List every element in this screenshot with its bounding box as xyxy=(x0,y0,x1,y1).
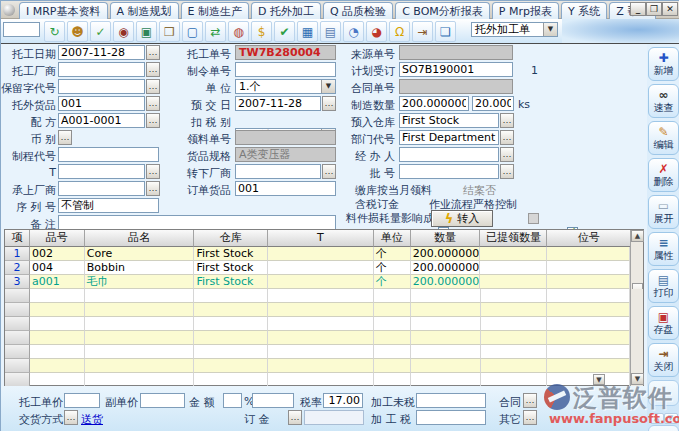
grid-cell-dropdown-icon[interactable]: ▼ xyxy=(593,374,605,385)
cell-position[interactable] xyxy=(547,275,630,289)
transfer-button[interactable]: ϟ 转入 xyxy=(431,210,493,227)
properties-button[interactable]: ≡ 属性 xyxy=(648,232,679,266)
database-icon[interactable]: ◍ xyxy=(228,21,249,42)
document-icon[interactable]: ▤ xyxy=(320,21,341,42)
scroll-down-small-icon[interactable]: ▼ xyxy=(664,413,678,424)
qty2-field[interactable] xyxy=(472,96,514,111)
col-header-warehouse[interactable]: 仓库 xyxy=(194,230,268,247)
unit-select[interactable]: 1.个 xyxy=(235,79,336,94)
formula-browse-button[interactable] xyxy=(146,113,160,128)
approve-icon[interactable]: ✔ xyxy=(274,21,295,42)
scroll-down-icon[interactable]: ▼ xyxy=(631,373,644,385)
col-header-item-no[interactable]: 品号 xyxy=(30,230,85,247)
dollar-icon[interactable]: $ xyxy=(251,21,272,42)
amount-pct-field[interactable] xyxy=(223,393,242,408)
cell-picked-qty[interactable] xyxy=(480,275,547,289)
col-header-picked-qty[interactable]: 已提领数量 xyxy=(480,230,547,247)
cell-item-no[interactable]: 004 xyxy=(30,261,85,275)
col-header-position[interactable]: 位号 xyxy=(547,230,630,247)
qty-field[interactable] xyxy=(399,96,469,111)
close-button[interactable]: ⇥ 关闭 xyxy=(648,343,679,377)
doc-type-select[interactable]: 托外加工单 xyxy=(471,22,558,37)
handler-browse-button[interactable] xyxy=(500,147,514,162)
amount-field[interactable] xyxy=(252,393,294,408)
consign-date-field[interactable] xyxy=(58,45,145,60)
planned-order-field[interactable] xyxy=(399,62,513,77)
process-code-field[interactable] xyxy=(58,147,159,162)
cell-item-name[interactable]: Core xyxy=(85,247,195,261)
chevron-down-icon[interactable] xyxy=(543,23,557,36)
cell-qty[interactable]: 200.000000 xyxy=(411,247,481,261)
scroll-up-icon[interactable]: ▲ xyxy=(631,230,644,242)
col-header-unit[interactable]: 单位 xyxy=(374,230,411,247)
unit-price-field[interactable] xyxy=(64,393,100,408)
cell-item-no[interactable]: a001 xyxy=(30,275,85,289)
add-button[interactable]: ✚ 新增 xyxy=(648,47,679,81)
table-row[interactable]: 2 004 Bobbin First Stock 个 200.000000 xyxy=(5,261,643,275)
chevron-down-icon[interactable] xyxy=(321,80,335,93)
expand-button[interactable]: ▭ 展开 xyxy=(648,195,679,229)
key-check-icon[interactable]: ✓ xyxy=(90,21,111,42)
deposit-browse-button[interactable] xyxy=(288,410,302,425)
pie-chart-icon[interactable]: ◕ xyxy=(366,21,387,42)
table-row-empty[interactable] xyxy=(5,345,643,359)
cell-unit[interactable]: 个 xyxy=(374,247,411,261)
network-icon[interactable]: ◔ xyxy=(343,21,364,42)
table-row-empty[interactable] xyxy=(5,289,643,303)
cell-position[interactable] xyxy=(547,261,630,275)
cell-t[interactable] xyxy=(268,247,374,261)
exit-icon[interactable]: ⇥ xyxy=(412,21,433,42)
department-field[interactable] xyxy=(399,130,499,145)
batch-no-field[interactable] xyxy=(399,164,499,179)
col-header-qty[interactable]: 数量 xyxy=(411,230,481,247)
table-row-empty[interactable] xyxy=(5,303,643,317)
minimize-icon[interactable]: _ xyxy=(630,2,646,16)
warehouse-field[interactable] xyxy=(399,113,499,128)
untaxed-amount-field[interactable] xyxy=(416,393,486,408)
serial-field[interactable] xyxy=(58,198,159,213)
cell-qty[interactable]: 200.000000 xyxy=(411,261,481,275)
calculator-icon[interactable]: ▦ xyxy=(297,21,318,42)
toolbar-quick-input[interactable] xyxy=(3,22,40,37)
col-header-idx[interactable]: 项 xyxy=(5,230,30,247)
batch-no-browse-button[interactable] xyxy=(500,164,514,179)
currency-browse-button[interactable] xyxy=(58,130,72,145)
downstream-vendor-field[interactable] xyxy=(235,164,321,179)
book-icon[interactable]: ❒ xyxy=(159,21,180,42)
downstream-vendor-browse-button[interactable] xyxy=(322,164,336,179)
reserved-code-browse-button[interactable] xyxy=(146,79,160,94)
save-button[interactable]: ▣ 存盘 xyxy=(648,306,679,340)
cell-warehouse[interactable]: First Stock xyxy=(194,261,268,275)
cell-t[interactable] xyxy=(268,275,374,289)
due-date-field[interactable] xyxy=(235,96,321,111)
t-browse-button[interactable] xyxy=(146,164,160,179)
taxed-amount-field[interactable] xyxy=(416,410,486,425)
close-icon[interactable]: ✕ xyxy=(662,2,678,16)
globe-icon[interactable]: ◉ xyxy=(113,21,134,42)
t-field[interactable] xyxy=(58,164,145,179)
sync-icon[interactable]: ↻ xyxy=(44,21,65,42)
warehouse-browse-button[interactable] xyxy=(500,113,514,128)
upstream-vendor-browse-button[interactable] xyxy=(146,181,160,196)
mo-no-field[interactable] xyxy=(235,62,336,77)
due-date-browse-button[interactable] xyxy=(322,96,336,111)
outsource-item-field[interactable] xyxy=(58,96,145,111)
window-icon[interactable]: ❏ xyxy=(435,21,456,42)
delivery-browse-button[interactable] xyxy=(64,410,78,425)
sales-item-field[interactable] xyxy=(235,181,336,196)
table-row-empty[interactable] xyxy=(5,359,643,373)
col-header-item-name[interactable]: 品名 xyxy=(85,230,195,247)
cell-picked-qty[interactable] xyxy=(480,247,547,261)
table-row[interactable]: 3 a001 毛巾 First Stock 个 200.000000 xyxy=(5,275,643,289)
sub-price-field[interactable] xyxy=(140,393,185,408)
cell-unit[interactable]: 个 xyxy=(374,275,411,289)
cell-unit[interactable]: 个 xyxy=(374,261,411,275)
refresh-icon[interactable]: ⇄ xyxy=(205,21,226,42)
delivery-link[interactable]: 送货 xyxy=(81,412,103,427)
print-button[interactable]: ▤ 打印 xyxy=(648,269,679,303)
cell-warehouse[interactable]: First Stock xyxy=(194,247,268,261)
col-header-t[interactable]: T xyxy=(268,230,374,247)
formula-field[interactable] xyxy=(58,113,145,128)
edit-button[interactable]: ✎ 编辑 xyxy=(648,121,679,155)
cell-warehouse[interactable]: First Stock xyxy=(194,275,268,289)
